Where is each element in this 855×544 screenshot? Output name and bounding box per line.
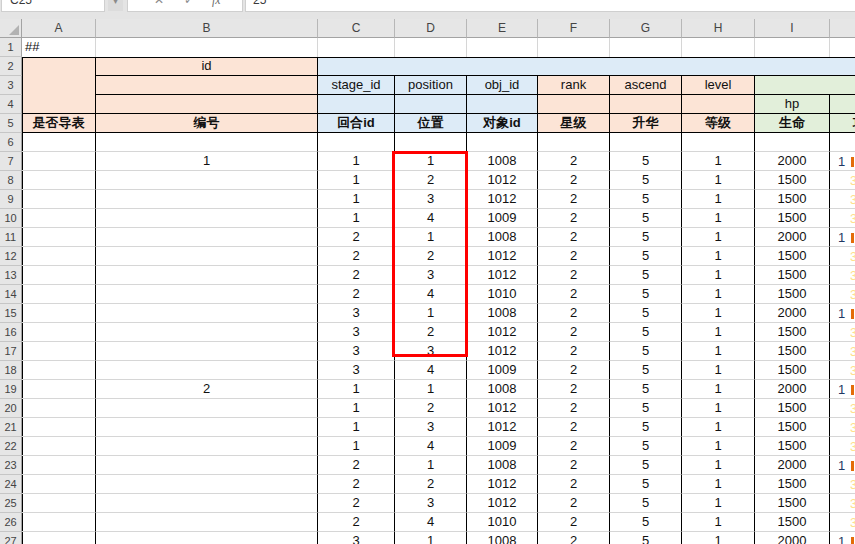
cell-A14[interactable] — [22, 285, 96, 304]
cell-F3[interactable]: rank — [538, 76, 610, 95]
fx-icon[interactable]: fx — [212, 0, 221, 8]
cell-A11[interactable] — [22, 228, 96, 247]
cell-G26[interactable]: 5 — [610, 513, 682, 532]
cell-H13[interactable]: 1 — [682, 266, 755, 285]
cell-C18[interactable]: 3 — [318, 361, 395, 380]
cell-B6[interactable] — [96, 133, 318, 152]
cell-E11[interactable]: 1008 — [467, 228, 538, 247]
cell-E7[interactable]: 1008 — [467, 152, 538, 171]
cell-D20[interactable]: 2 — [395, 399, 467, 418]
row-header-26[interactable]: 26 — [0, 513, 22, 532]
cell-F13[interactable]: 2 — [538, 266, 610, 285]
cell-J27[interactable]: 1 — [830, 532, 855, 544]
cell-B20[interactable] — [96, 399, 318, 418]
row-header-20[interactable]: 20 — [0, 399, 22, 418]
cell-G27[interactable]: 5 — [610, 532, 682, 544]
cell-H19[interactable]: 1 — [682, 380, 755, 399]
row-header-5[interactable]: 5 — [0, 114, 22, 133]
row-header-17[interactable]: 17 — [0, 342, 22, 361]
cell-F17[interactable]: 2 — [538, 342, 610, 361]
cell-E24[interactable]: 1012 — [467, 475, 538, 494]
cell-D21[interactable]: 3 — [395, 418, 467, 437]
cell-F1[interactable] — [538, 38, 610, 57]
cell-G9[interactable]: 5 — [610, 190, 682, 209]
cell-B18[interactable] — [96, 361, 318, 380]
select-all-corner[interactable] — [0, 19, 22, 38]
cell-J1[interactable] — [830, 38, 855, 57]
cell-A5[interactable]: 是否导表 — [22, 114, 96, 133]
cell-I18[interactable]: 1500 — [755, 361, 830, 380]
cell-E15[interactable]: 1008 — [467, 304, 538, 323]
cell-I17[interactable]: 1500 — [755, 342, 830, 361]
cell-F19[interactable]: 2 — [538, 380, 610, 399]
cell-G16[interactable]: 5 — [610, 323, 682, 342]
cell-I3[interactable] — [755, 76, 855, 95]
column-header-J[interactable] — [830, 19, 855, 38]
cell-B21[interactable] — [96, 418, 318, 437]
cell-J18[interactable]: 3 — [830, 361, 855, 380]
row-header-9[interactable]: 9 — [0, 190, 22, 209]
cell-G24[interactable]: 5 — [610, 475, 682, 494]
cell-I16[interactable]: 1500 — [755, 323, 830, 342]
cell-G1[interactable] — [610, 38, 682, 57]
cell-J5[interactable]: 攻击 — [830, 114, 855, 133]
cell-E19[interactable]: 1008 — [467, 380, 538, 399]
row-header-14[interactable]: 14 — [0, 285, 22, 304]
cell-C23[interactable]: 2 — [318, 456, 395, 475]
cell-A25[interactable] — [22, 494, 96, 513]
cell-G23[interactable]: 5 — [610, 456, 682, 475]
cell-I9[interactable]: 1500 — [755, 190, 830, 209]
cell-H12[interactable]: 1 — [682, 247, 755, 266]
row-header-10[interactable]: 10 — [0, 209, 22, 228]
cell-G22[interactable]: 5 — [610, 437, 682, 456]
cell-D19[interactable]: 1 — [395, 380, 467, 399]
cell-D4[interactable] — [395, 95, 467, 114]
cell-E8[interactable]: 1012 — [467, 171, 538, 190]
cell-C26[interactable]: 2 — [318, 513, 395, 532]
cell-J15[interactable]: 1 — [830, 304, 855, 323]
cell-C25[interactable]: 2 — [318, 494, 395, 513]
cell-G14[interactable]: 5 — [610, 285, 682, 304]
cell-E4[interactable] — [467, 95, 538, 114]
row-header-13[interactable]: 13 — [0, 266, 22, 285]
cell-F22[interactable]: 2 — [538, 437, 610, 456]
cell-J9[interactable]: 3 — [830, 190, 855, 209]
cell-F18[interactable]: 2 — [538, 361, 610, 380]
cell-G7[interactable]: 5 — [610, 152, 682, 171]
cell-I11[interactable]: 2000 — [755, 228, 830, 247]
cell-H7[interactable]: 1 — [682, 152, 755, 171]
enter-icon[interactable]: ✓ — [184, 0, 194, 7]
cell-J11[interactable]: 1 — [830, 228, 855, 247]
cell-G21[interactable]: 5 — [610, 418, 682, 437]
cell-C6[interactable] — [318, 133, 395, 152]
cell-C3[interactable]: stage_id — [318, 76, 395, 95]
cancel-icon[interactable]: ✕ — [154, 0, 164, 7]
cell-B2[interactable]: id — [96, 57, 318, 76]
cell-B16[interactable] — [96, 323, 318, 342]
cell-B25[interactable] — [96, 494, 318, 513]
cell-I8[interactable]: 1500 — [755, 171, 830, 190]
cell-G11[interactable]: 5 — [610, 228, 682, 247]
cell-G19[interactable]: 5 — [610, 380, 682, 399]
cell-F6[interactable] — [538, 133, 610, 152]
column-header-C[interactable]: C — [318, 19, 395, 38]
row-header-1[interactable]: 1 — [0, 38, 22, 57]
cell-H22[interactable]: 1 — [682, 437, 755, 456]
cell-B27[interactable] — [96, 532, 318, 544]
cell-H26[interactable]: 1 — [682, 513, 755, 532]
cell-A21[interactable] — [22, 418, 96, 437]
column-header-F[interactable]: F — [538, 19, 610, 38]
cell-B15[interactable] — [96, 304, 318, 323]
cell-C1[interactable] — [318, 38, 395, 57]
cell-A6[interactable] — [22, 133, 96, 152]
cell-B3[interactable] — [96, 76, 318, 95]
row-header-18[interactable]: 18 — [0, 361, 22, 380]
cell-B23[interactable] — [96, 456, 318, 475]
row-header-27[interactable]: 27 — [0, 532, 22, 544]
cell-I27[interactable]: 2000 — [755, 532, 830, 544]
cell-I25[interactable]: 1500 — [755, 494, 830, 513]
cell-I22[interactable]: 1500 — [755, 437, 830, 456]
cell-C4[interactable] — [318, 95, 395, 114]
cell-F21[interactable]: 2 — [538, 418, 610, 437]
column-header-H[interactable]: H — [682, 19, 755, 38]
